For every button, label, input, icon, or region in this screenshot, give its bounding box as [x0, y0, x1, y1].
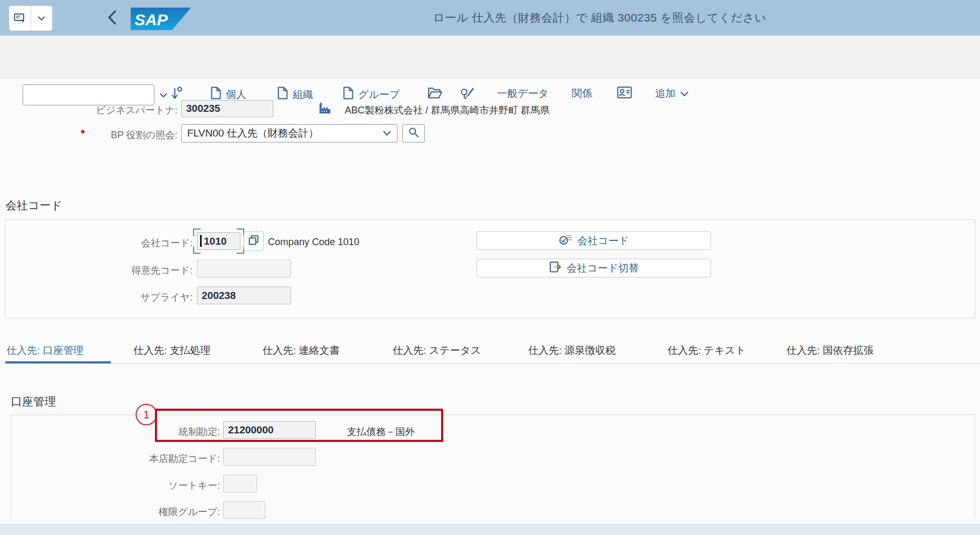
- command-combobox-input[interactable]: [27, 87, 154, 104]
- chevron-down-icon[interactable]: [160, 90, 167, 100]
- tab-vendor-withholding-tax[interactable]: 仕入先: 源泉徴収税: [528, 344, 616, 358]
- open-bp-button[interactable]: [428, 87, 442, 102]
- sort-key-field[interactable]: [223, 475, 257, 493]
- relationships-icon: [617, 85, 632, 102]
- switch-company-code-icon: [549, 261, 562, 276]
- active-tab-underline: [5, 361, 111, 363]
- more-button[interactable]: 追加: [655, 87, 688, 101]
- company-code-field[interactable]: [197, 232, 240, 250]
- company-code-button-label: 会社コード: [578, 234, 629, 248]
- tab-strip-divider: [0, 363, 980, 363]
- general-data-label: 一般データ: [497, 87, 549, 101]
- display-change-icon: [460, 87, 475, 103]
- business-partner-field[interactable]: [181, 100, 273, 117]
- bp-role-label: BP 役割の照会:: [32, 129, 177, 141]
- more-label: 追加: [655, 87, 676, 101]
- supplier-label: サプライヤ:: [54, 291, 193, 304]
- sort-key-label: ソートキー:: [108, 479, 220, 492]
- create-organization-button[interactable]: 組織: [278, 87, 313, 102]
- switch-company-code-button[interactable]: 会社コード切替: [477, 259, 711, 277]
- reconciliation-account-description: 支払債務－国外: [347, 425, 415, 438]
- open-folder-icon: [428, 87, 442, 102]
- customer-code-field[interactable]: [197, 260, 291, 277]
- authorization-group-field[interactable]: [223, 501, 265, 519]
- reconciliation-account-label: 統制勘定:: [108, 425, 220, 438]
- create-document-icon: [278, 87, 288, 102]
- chevron-down-icon: [680, 88, 688, 99]
- chevron-down-icon[interactable]: [383, 129, 391, 138]
- create-organization-label: 組織: [293, 88, 313, 102]
- tab-vendor-country-extension[interactable]: 仕入先: 国依存拡張: [786, 344, 874, 358]
- business-partner-description: ABC製粉株式会社 / 群馬県高崎市井野町 群馬県: [345, 104, 550, 117]
- head-office-account-field[interactable]: [223, 448, 316, 466]
- tab-vendor-status[interactable]: 仕入先: ステータス: [393, 344, 481, 358]
- annotation-number: 1: [143, 408, 150, 421]
- company-code-description: Company Code 1010: [268, 237, 359, 248]
- bp-role-value: FLVN00 仕入先（財務会計）: [182, 126, 383, 140]
- reconciliation-account-field[interactable]: [223, 421, 316, 439]
- relations-label: 関係: [572, 87, 592, 101]
- tab-vendor-payment-processing[interactable]: 仕入先: 支払処理: [133, 344, 211, 358]
- company-code-check-icon: [559, 234, 572, 248]
- head-office-account-label: 本店勘定コード:: [108, 452, 220, 465]
- tab-vendor-account-management[interactable]: 仕入先: 口座管理: [6, 344, 84, 358]
- page-title: ロール 仕入先（財務会計）で 組織 300235 を照会してください: [0, 10, 980, 25]
- create-person-label: 個人: [226, 88, 246, 102]
- sap-bp-display-screen: SAP ロール 仕入先（財務会計）で 組織 300235 を照会してください 個…: [0, 0, 980, 535]
- copy-icon: [248, 235, 259, 247]
- tab-vendor-correspondence[interactable]: 仕入先: 連絡文書: [262, 344, 340, 358]
- company-code-button[interactable]: 会社コード: [477, 231, 711, 250]
- supplier-company-icon: [318, 102, 331, 117]
- copy-company-code-button[interactable]: [244, 231, 264, 251]
- company-code-section-heading: 会社コード: [5, 198, 62, 213]
- create-group-label: グループ: [358, 88, 400, 102]
- company-code-label: 会社コード:: [54, 237, 193, 249]
- text-cursor: [200, 235, 202, 247]
- create-document-icon: [343, 87, 353, 102]
- display-change-button[interactable]: [460, 87, 475, 103]
- command-combobox[interactable]: [23, 84, 154, 105]
- application-toolbar: 個人 組織 グループ 一般データ 関: [0, 35, 980, 79]
- supplier-field[interactable]: [197, 287, 291, 304]
- status-bar: [0, 524, 980, 535]
- account-management-heading: 口座管理: [11, 394, 56, 409]
- business-partner-label: ビジネスパートナ:: [32, 104, 177, 117]
- general-data-button[interactable]: 一般データ: [497, 87, 549, 101]
- bp-role-combobox[interactable]: FLVN00 仕入先（財務会計）: [181, 124, 397, 142]
- customer-code-label: 得意先コード:: [54, 264, 193, 277]
- switch-company-code-button-label: 会社コード切替: [567, 261, 639, 275]
- authorization-group-label: 権限グループ:: [108, 505, 220, 518]
- tab-vendor-text[interactable]: 仕入先: テキスト: [667, 344, 745, 358]
- value-help-button[interactable]: [402, 124, 425, 142]
- create-group-button[interactable]: グループ: [343, 87, 400, 102]
- search-icon: [408, 127, 419, 140]
- relations-button[interactable]: 関係: [572, 87, 592, 101]
- relationships-button[interactable]: [617, 85, 632, 102]
- annotation-circle-1: 1: [136, 404, 157, 425]
- shell-header: SAP ロール 仕入先（財務会計）で 組織 300235 を照会してください: [0, 0, 980, 35]
